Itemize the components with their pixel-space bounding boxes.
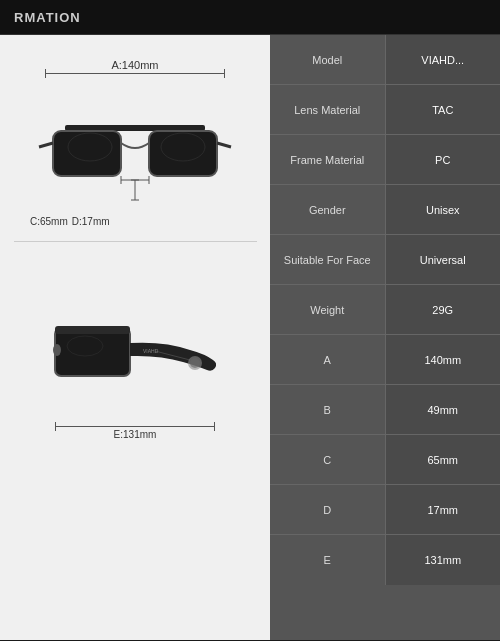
svg-point-20 xyxy=(190,358,200,368)
cd-label: C:65mmD:17mm xyxy=(30,216,110,227)
spec-row: GenderUnisex xyxy=(270,185,500,235)
left-panel: A:140mm xyxy=(0,35,270,640)
spec-label: C xyxy=(270,435,386,484)
measurement-e-line xyxy=(55,426,215,427)
spec-row: A140mm xyxy=(270,335,500,385)
spec-row: B49mm xyxy=(270,385,500,435)
measurement-e-label: E:131mm xyxy=(114,429,157,440)
svg-line-6 xyxy=(217,143,231,147)
divider xyxy=(14,241,257,242)
measurement-a-line xyxy=(45,73,225,74)
spec-value: Unisex xyxy=(386,185,501,234)
spec-row: D17mm xyxy=(270,485,500,535)
spec-row: Weight29G xyxy=(270,285,500,335)
main-content: A:140mm xyxy=(0,35,500,640)
spec-label: Gender xyxy=(270,185,386,234)
svg-rect-17 xyxy=(55,326,130,334)
measurement-e: E:131mm xyxy=(55,426,215,440)
page-header: RMATION xyxy=(0,0,500,35)
spec-label: E xyxy=(270,535,386,585)
svg-rect-1 xyxy=(53,131,121,176)
spec-value: 140mm xyxy=(386,335,501,384)
spec-value: VIAHD... xyxy=(386,35,501,84)
spec-row: ModelVIAHD... xyxy=(270,35,500,85)
spec-label: Model xyxy=(270,35,386,84)
measurement-a: A:140mm xyxy=(20,59,250,74)
spec-value: 49mm xyxy=(386,385,501,434)
spec-value: PC xyxy=(386,135,501,184)
measurement-a-label: A:140mm xyxy=(111,59,158,71)
spec-row: E131mm xyxy=(270,535,500,585)
spec-value: 65mm xyxy=(386,435,501,484)
sunglasses-side-svg: VIAHD xyxy=(35,298,235,418)
spec-value: Universal xyxy=(386,235,501,284)
svg-point-21 xyxy=(53,344,61,356)
spec-label: Lens Material xyxy=(270,85,386,134)
spec-row: Frame MaterialPC xyxy=(270,135,500,185)
page-title: RMATION xyxy=(14,10,81,25)
spec-value: 17mm xyxy=(386,485,501,534)
spec-label: B xyxy=(270,385,386,434)
spec-row: C65mm xyxy=(270,435,500,485)
spec-label: Frame Material xyxy=(270,135,386,184)
spec-value: 131mm xyxy=(386,535,501,585)
side-view-area: VIAHD E:131mm xyxy=(0,258,270,458)
spec-row: Lens MaterialTAC xyxy=(270,85,500,135)
spec-value: 29G xyxy=(386,285,501,334)
front-view-area: A:140mm xyxy=(0,45,270,235)
spec-label: Weight xyxy=(270,285,386,334)
svg-rect-15 xyxy=(55,328,130,376)
spec-label: D xyxy=(270,485,386,534)
specs-table: ModelVIAHD...Lens MaterialTACFrame Mater… xyxy=(270,35,500,640)
spec-label: Suitable For Face xyxy=(270,235,386,284)
svg-text:VIAHD: VIAHD xyxy=(143,348,159,354)
sunglasses-front-svg xyxy=(35,105,235,205)
spec-row: Suitable For FaceUniversal xyxy=(270,235,500,285)
spec-value: TAC xyxy=(386,85,501,134)
spec-label: A xyxy=(270,335,386,384)
svg-rect-3 xyxy=(149,131,217,176)
svg-line-5 xyxy=(39,143,53,147)
